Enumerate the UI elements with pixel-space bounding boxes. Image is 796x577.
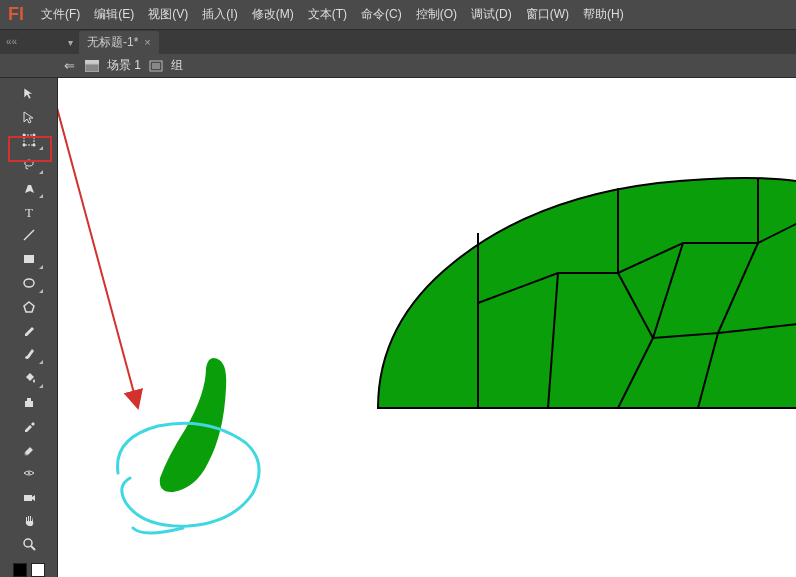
oval-tool[interactable] bbox=[14, 272, 44, 294]
svg-point-5 bbox=[22, 134, 25, 137]
line-tool[interactable] bbox=[14, 225, 44, 247]
document-tab-bar: «« ▾ 无标题-1* × bbox=[0, 30, 796, 54]
stage-canvas[interactable] bbox=[58, 78, 796, 577]
polystar-tool[interactable] bbox=[14, 296, 44, 318]
selection-tool[interactable] bbox=[14, 82, 44, 104]
menu-commands[interactable]: 命令(C) bbox=[354, 0, 409, 29]
svg-line-10 bbox=[24, 230, 34, 240]
shape-turtle-shell bbox=[378, 178, 796, 408]
menu-text[interactable]: 文本(T) bbox=[301, 0, 354, 29]
menu-modify[interactable]: 修改(M) bbox=[245, 0, 301, 29]
text-tool[interactable]: T bbox=[14, 201, 44, 223]
zoom-tool[interactable] bbox=[14, 533, 44, 555]
hand-tool[interactable] bbox=[14, 510, 44, 532]
breadcrumb-group[interactable]: 组 bbox=[171, 57, 183, 74]
width-tool[interactable] bbox=[14, 462, 44, 484]
eyedropper-tool[interactable] bbox=[14, 415, 44, 437]
panel-collapse-icon[interactable]: «« bbox=[6, 36, 17, 47]
menu-view[interactable]: 视图(V) bbox=[141, 0, 195, 29]
svg-rect-15 bbox=[27, 398, 31, 401]
menu-control[interactable]: 控制(O) bbox=[409, 0, 464, 29]
menu-insert[interactable]: 插入(I) bbox=[195, 0, 244, 29]
svg-rect-1 bbox=[85, 64, 99, 72]
lasso-tool[interactable] bbox=[14, 153, 44, 175]
color-swatches bbox=[13, 563, 45, 577]
edit-bar: ⇐ 场景 1 组 bbox=[0, 54, 796, 78]
menu-window[interactable]: 窗口(W) bbox=[519, 0, 576, 29]
fill-color-swatch[interactable] bbox=[31, 563, 45, 577]
pen-tool[interactable] bbox=[14, 177, 44, 199]
eraser-tool[interactable] bbox=[14, 438, 44, 460]
free-transform-tool[interactable] bbox=[14, 130, 44, 152]
document-tab-label: 无标题-1* bbox=[87, 34, 138, 51]
svg-rect-17 bbox=[24, 495, 32, 501]
breadcrumb-scene[interactable]: 场景 1 bbox=[107, 57, 141, 74]
svg-rect-11 bbox=[24, 255, 34, 263]
scene-clapper-icon[interactable] bbox=[85, 60, 99, 72]
ink-bottle-tool[interactable] bbox=[14, 391, 44, 413]
group-icon[interactable] bbox=[149, 60, 163, 72]
svg-rect-3 bbox=[152, 63, 160, 69]
canvas-content bbox=[58, 78, 796, 577]
svg-marker-13 bbox=[24, 302, 34, 312]
svg-point-16 bbox=[28, 472, 30, 474]
svg-point-12 bbox=[24, 279, 34, 287]
menu-file[interactable]: 文件(F) bbox=[34, 0, 87, 29]
svg-rect-4 bbox=[24, 135, 34, 145]
svg-point-6 bbox=[32, 134, 35, 137]
rectangle-tool[interactable] bbox=[14, 248, 44, 270]
stroke-color-swatch[interactable] bbox=[13, 563, 27, 577]
tools-panel: T bbox=[0, 78, 58, 577]
tab-menu-icon[interactable]: ▾ bbox=[62, 37, 79, 48]
tab-close-icon[interactable]: × bbox=[144, 36, 150, 48]
svg-point-8 bbox=[32, 144, 35, 147]
menu-edit[interactable]: 编辑(E) bbox=[87, 0, 141, 29]
menu-debug[interactable]: 调试(D) bbox=[464, 0, 519, 29]
pencil-tool[interactable] bbox=[14, 320, 44, 342]
document-tab[interactable]: 无标题-1* × bbox=[79, 31, 159, 54]
back-button[interactable]: ⇐ bbox=[62, 58, 77, 73]
svg-rect-14 bbox=[25, 401, 33, 407]
svg-rect-0 bbox=[85, 60, 99, 64]
subselection-tool[interactable] bbox=[14, 106, 44, 128]
paint-bucket-tool[interactable] bbox=[14, 367, 44, 389]
brush-tool[interactable] bbox=[14, 343, 44, 365]
svg-point-7 bbox=[22, 144, 25, 147]
svg-text:T: T bbox=[25, 205, 33, 219]
camera-tool[interactable] bbox=[14, 486, 44, 508]
svg-point-18 bbox=[24, 539, 32, 547]
svg-line-19 bbox=[31, 546, 35, 550]
menu-bar: Fl 文件(F) 编辑(E) 视图(V) 插入(I) 修改(M) 文本(T) 命… bbox=[0, 0, 796, 30]
menu-help[interactable]: 帮助(H) bbox=[576, 0, 631, 29]
app-logo: Fl bbox=[4, 4, 34, 25]
